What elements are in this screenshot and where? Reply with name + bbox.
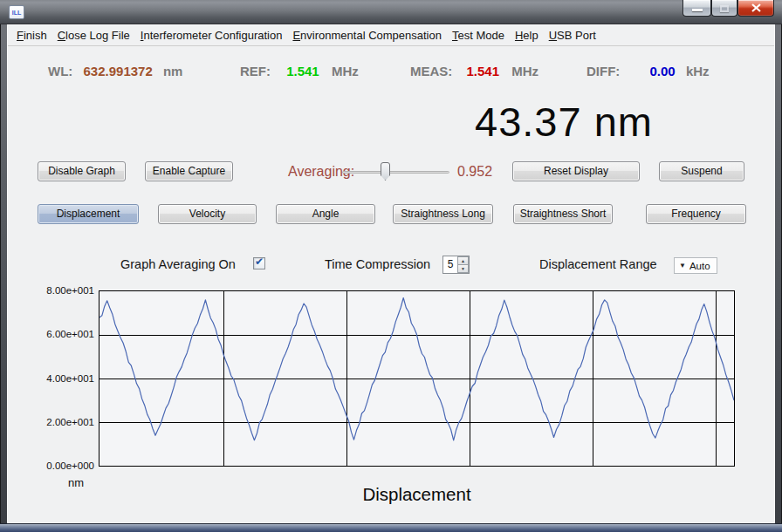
averaging-slider-track[interactable] bbox=[342, 171, 449, 174]
meas-readout: MEAS: 1.541 MHz bbox=[410, 64, 538, 78]
time-compression-value: 5 bbox=[443, 256, 457, 273]
tab-velocity[interactable]: Velocity bbox=[158, 204, 257, 224]
menu-bar: Finish Close Log File Interferometer Con… bbox=[8, 25, 774, 46]
wavelength-readout: WL: 632.991372 nm bbox=[48, 64, 182, 78]
app-icon: ILL bbox=[9, 5, 24, 19]
tab-displacement[interactable]: Displacement bbox=[38, 204, 139, 224]
ytick-40: 4.00e+001 bbox=[31, 373, 94, 384]
y-axis-unit-label: nm bbox=[68, 476, 84, 489]
title-bar[interactable]: ILL bbox=[0, 0, 782, 24]
graph-averaging-label: Graph Averaging On bbox=[120, 257, 236, 271]
ytick-0: 0.00e+000 bbox=[31, 460, 94, 471]
menu-test-mode[interactable]: Test Mode bbox=[447, 26, 510, 44]
displacement-range-value: Auto bbox=[689, 261, 710, 271]
menu-interferometer-configuration[interactable]: Interferometer Configuration bbox=[135, 26, 288, 44]
menu-help[interactable]: Help bbox=[510, 26, 544, 44]
app-window: ILL Finish Close Log File Interferometer… bbox=[0, 0, 782, 532]
spin-down-icon[interactable]: ▼ bbox=[457, 264, 469, 273]
displacement-range-dropdown[interactable]: ▼ Auto bbox=[674, 257, 717, 274]
disable-graph-button[interactable]: Disable Graph bbox=[38, 161, 126, 181]
chevron-down-icon: ▼ bbox=[679, 262, 686, 269]
diff-value: 0.00 bbox=[650, 64, 676, 78]
wl-value: 632.991372 bbox=[84, 64, 153, 78]
menu-environmental-compensation[interactable]: Environmental Compensation bbox=[287, 26, 447, 44]
averaging-value: 0.952 bbox=[457, 164, 492, 180]
plot-svg bbox=[99, 291, 734, 466]
tab-angle[interactable]: Angle bbox=[276, 204, 375, 224]
menu-finish[interactable]: Finish bbox=[11, 26, 52, 44]
displacement-plot bbox=[99, 290, 735, 467]
diff-readout: DIFF: 0.00 kHz bbox=[586, 64, 710, 78]
ref-unit: MHz bbox=[332, 64, 359, 78]
time-compression-label: Time Compression bbox=[325, 257, 430, 271]
tab-straightness-short[interactable]: Straightness Short bbox=[513, 204, 613, 224]
diff-label: DIFF: bbox=[586, 64, 620, 78]
menu-close-log-file[interactable]: Close Log File bbox=[52, 26, 135, 44]
maximize-button[interactable] bbox=[711, 0, 737, 17]
graph-averaging-checkbox[interactable]: ✔ bbox=[253, 257, 265, 269]
ytick-80: 8.00e+001 bbox=[31, 285, 94, 296]
diff-unit: kHz bbox=[686, 64, 710, 78]
ytick-20: 2.00e+001 bbox=[31, 417, 94, 427]
wl-label: WL: bbox=[48, 64, 72, 78]
time-compression-stepper[interactable]: 5 ▲ ▼ bbox=[442, 256, 470, 274]
meas-value: 1.541 bbox=[467, 64, 500, 78]
displacement-range-label: Displacement Range bbox=[539, 257, 657, 271]
meas-unit: MHz bbox=[511, 64, 538, 78]
ref-value: 1.541 bbox=[286, 64, 319, 78]
maximize-icon bbox=[720, 5, 729, 12]
window-bottom-frame bbox=[0, 523, 782, 532]
ytick-60: 6.00e+001 bbox=[31, 329, 94, 339]
chart-title: Displacement bbox=[99, 484, 735, 505]
checkmark-icon: ✔ bbox=[255, 256, 264, 268]
meas-label: MEAS: bbox=[410, 64, 452, 78]
minimize-button[interactable] bbox=[683, 0, 711, 17]
menu-usb-port[interactable]: USB Port bbox=[544, 26, 601, 44]
close-button[interactable] bbox=[737, 0, 774, 17]
minimize-icon bbox=[692, 9, 703, 11]
wl-unit: nm bbox=[163, 64, 183, 78]
ref-label: REF: bbox=[240, 64, 271, 78]
main-measurement-display: 43.37 nm bbox=[475, 98, 653, 146]
reset-display-button[interactable]: Reset Display bbox=[512, 161, 640, 181]
tab-straightness-long[interactable]: Straightness Long bbox=[393, 204, 493, 224]
enable-capture-button[interactable]: Enable Capture bbox=[145, 161, 233, 181]
suspend-button[interactable]: Suspend bbox=[659, 161, 744, 181]
tab-frequency[interactable]: Frequency bbox=[646, 204, 746, 224]
ref-readout: REF: 1.541 MHz bbox=[240, 64, 359, 78]
close-icon bbox=[751, 3, 761, 12]
